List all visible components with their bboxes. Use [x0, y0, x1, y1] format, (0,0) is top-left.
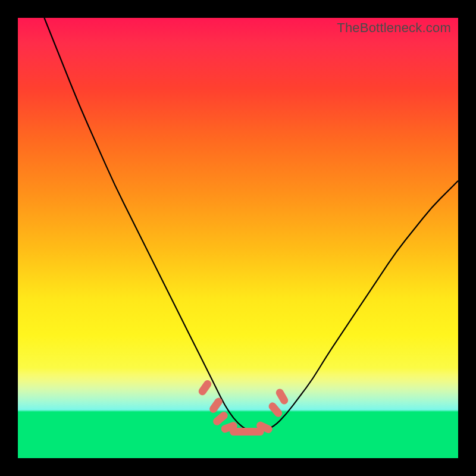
bottleneck-curve-path	[44, 18, 458, 432]
curve-marker	[267, 401, 284, 419]
curve-marker	[274, 387, 289, 406]
chart-plot-area: TheBottleneck.com	[18, 18, 458, 458]
chart-frame: TheBottleneck.com	[0, 0, 476, 476]
curve-marker	[197, 378, 213, 396]
chart-svg	[18, 18, 458, 458]
